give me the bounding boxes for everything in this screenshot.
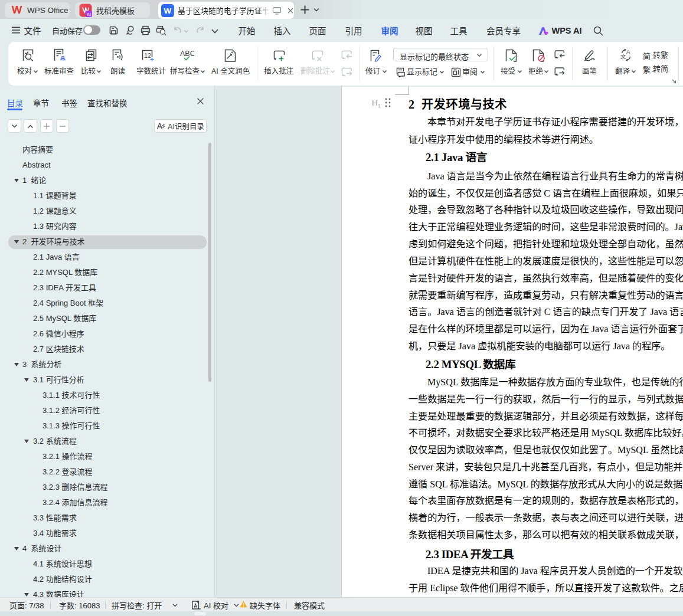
svg-text:12: 12 [144, 52, 151, 59]
svg-text:文: 文 [620, 53, 626, 60]
svg-text:W: W [164, 6, 172, 15]
svg-text:ABC: ABC [180, 50, 194, 58]
svg-text:AI: AI [87, 11, 91, 17]
svg-text:A: A [626, 49, 630, 55]
